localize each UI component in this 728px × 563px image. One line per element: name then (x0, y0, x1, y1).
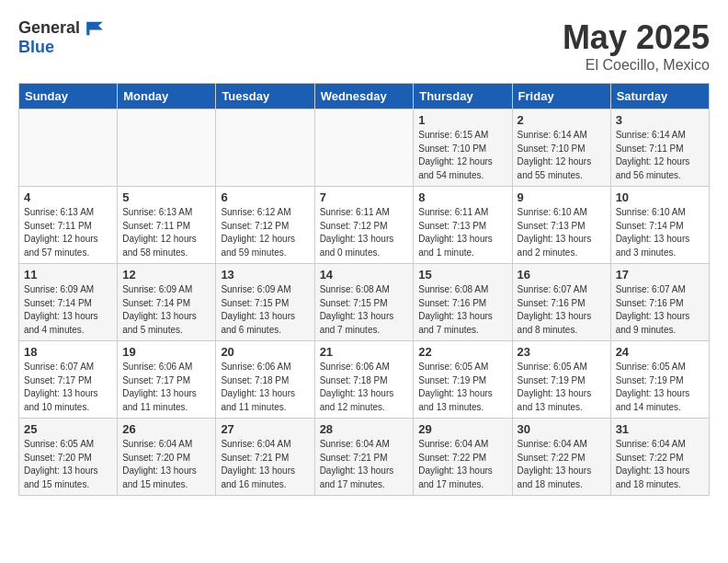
day-info: Sunrise: 6:10 AM Sunset: 7:14 PM Dayligh… (616, 206, 704, 259)
day-info: Sunrise: 6:13 AM Sunset: 7:11 PM Dayligh… (24, 206, 112, 259)
calendar-cell: 5Sunrise: 6:13 AM Sunset: 7:11 PM Daylig… (118, 187, 216, 264)
day-info: Sunrise: 6:09 AM Sunset: 7:14 PM Dayligh… (122, 283, 210, 337)
calendar-cell: 31Sunrise: 6:04 AM Sunset: 7:22 PM Dayli… (610, 419, 709, 496)
calendar-week-3: 11Sunrise: 6:09 AM Sunset: 7:14 PM Dayli… (19, 264, 710, 341)
day-number: 13 (221, 268, 309, 282)
day-info: Sunrise: 6:08 AM Sunset: 7:16 PM Dayligh… (418, 283, 506, 337)
calendar-cell: 21Sunrise: 6:06 AM Sunset: 7:18 PM Dayli… (314, 341, 414, 419)
calendar-cell: 14Sunrise: 6:08 AM Sunset: 7:15 PM Dayli… (314, 264, 414, 341)
logo-flag-icon (84, 20, 106, 37)
calendar-week-4: 18Sunrise: 6:07 AM Sunset: 7:17 PM Dayli… (19, 341, 710, 419)
logo-text: General (18, 18, 106, 38)
calendar-cell (216, 109, 314, 187)
calendar-cell: 23Sunrise: 6:05 AM Sunset: 7:19 PM Dayli… (512, 341, 610, 419)
calendar-cell (118, 109, 216, 187)
day-number: 3 (616, 113, 704, 127)
calendar-cell: 30Sunrise: 6:04 AM Sunset: 7:22 PM Dayli… (512, 419, 610, 496)
calendar-cell: 10Sunrise: 6:10 AM Sunset: 7:14 PM Dayli… (610, 187, 709, 264)
calendar-cell: 3Sunrise: 6:14 AM Sunset: 7:11 PM Daylig… (610, 109, 709, 187)
day-number: 31 (616, 422, 704, 436)
col-header-tuesday: Tuesday (216, 84, 314, 109)
calendar-cell: 17Sunrise: 6:07 AM Sunset: 7:16 PM Dayli… (610, 264, 709, 341)
day-number: 5 (122, 190, 210, 204)
day-info: Sunrise: 6:09 AM Sunset: 7:15 PM Dayligh… (221, 283, 309, 337)
day-info: Sunrise: 6:05 AM Sunset: 7:20 PM Dayligh… (24, 438, 112, 491)
day-info: Sunrise: 6:07 AM Sunset: 7:17 PM Dayligh… (24, 361, 112, 414)
col-header-saturday: Saturday (610, 84, 709, 109)
calendar-cell: 2Sunrise: 6:14 AM Sunset: 7:10 PM Daylig… (512, 109, 610, 187)
day-info: Sunrise: 6:04 AM Sunset: 7:22 PM Dayligh… (418, 438, 506, 491)
day-info: Sunrise: 6:04 AM Sunset: 7:22 PM Dayligh… (518, 438, 606, 491)
calendar-cell: 15Sunrise: 6:08 AM Sunset: 7:16 PM Dayli… (414, 264, 512, 341)
calendar-cell (314, 109, 414, 187)
day-number: 28 (320, 422, 409, 436)
day-number: 7 (320, 190, 409, 204)
day-info: Sunrise: 6:04 AM Sunset: 7:21 PM Dayligh… (320, 438, 409, 491)
day-info: Sunrise: 6:04 AM Sunset: 7:22 PM Dayligh… (616, 438, 704, 491)
calendar-cell: 29Sunrise: 6:04 AM Sunset: 7:22 PM Dayli… (414, 419, 512, 496)
day-number: 25 (24, 422, 112, 436)
day-number: 22 (418, 345, 506, 359)
day-number: 21 (320, 345, 409, 359)
day-info: Sunrise: 6:09 AM Sunset: 7:14 PM Dayligh… (24, 283, 112, 337)
day-number: 12 (122, 268, 210, 282)
day-number: 24 (616, 345, 704, 359)
day-info: Sunrise: 6:07 AM Sunset: 7:16 PM Dayligh… (616, 283, 704, 337)
calendar-cell: 7Sunrise: 6:11 AM Sunset: 7:12 PM Daylig… (314, 187, 414, 264)
logo-general: General (18, 18, 80, 38)
col-header-sunday: Sunday (19, 84, 118, 109)
day-number: 8 (418, 190, 506, 204)
title-block: May 2025 El Coecillo, Mexico (563, 18, 710, 74)
logo: General Blue (18, 18, 106, 57)
col-header-monday: Monday (118, 84, 216, 109)
col-header-thursday: Thursday (414, 84, 512, 109)
calendar-cell: 1Sunrise: 6:15 AM Sunset: 7:10 PM Daylig… (414, 109, 512, 187)
calendar: SundayMondayTuesdayWednesdayThursdayFrid… (18, 83, 710, 496)
calendar-cell: 25Sunrise: 6:05 AM Sunset: 7:20 PM Dayli… (19, 419, 118, 496)
day-info: Sunrise: 6:04 AM Sunset: 7:20 PM Dayligh… (122, 438, 210, 491)
day-number: 1 (418, 113, 506, 127)
day-number: 23 (518, 345, 606, 359)
calendar-week-2: 4Sunrise: 6:13 AM Sunset: 7:11 PM Daylig… (19, 187, 710, 264)
calendar-cell: 4Sunrise: 6:13 AM Sunset: 7:11 PM Daylig… (19, 187, 118, 264)
page: General Blue May 2025 El Coecillo, Mexic… (0, 0, 728, 505)
day-info: Sunrise: 6:12 AM Sunset: 7:12 PM Dayligh… (221, 206, 309, 259)
svg-marker-0 (86, 21, 103, 34)
location: El Coecillo, Mexico (563, 57, 710, 74)
calendar-cell: 6Sunrise: 6:12 AM Sunset: 7:12 PM Daylig… (216, 187, 314, 264)
day-number: 18 (24, 345, 112, 359)
calendar-cell: 20Sunrise: 6:06 AM Sunset: 7:18 PM Dayli… (216, 341, 314, 419)
day-info: Sunrise: 6:06 AM Sunset: 7:18 PM Dayligh… (320, 361, 409, 414)
calendar-cell (19, 109, 118, 187)
day-info: Sunrise: 6:04 AM Sunset: 7:21 PM Dayligh… (221, 438, 309, 491)
day-info: Sunrise: 6:14 AM Sunset: 7:10 PM Dayligh… (518, 129, 606, 182)
calendar-cell: 26Sunrise: 6:04 AM Sunset: 7:20 PM Dayli… (118, 419, 216, 496)
day-info: Sunrise: 6:06 AM Sunset: 7:17 PM Dayligh… (122, 361, 210, 414)
day-info: Sunrise: 6:05 AM Sunset: 7:19 PM Dayligh… (616, 361, 704, 414)
calendar-cell: 24Sunrise: 6:05 AM Sunset: 7:19 PM Dayli… (610, 341, 709, 419)
day-number: 6 (221, 190, 309, 204)
day-number: 26 (122, 422, 210, 436)
col-header-wednesday: Wednesday (314, 84, 414, 109)
day-number: 20 (221, 345, 309, 359)
calendar-cell: 18Sunrise: 6:07 AM Sunset: 7:17 PM Dayli… (19, 341, 118, 419)
day-number: 14 (320, 268, 409, 282)
calendar-cell: 19Sunrise: 6:06 AM Sunset: 7:17 PM Dayli… (118, 341, 216, 419)
calendar-cell: 22Sunrise: 6:05 AM Sunset: 7:19 PM Dayli… (414, 341, 512, 419)
calendar-cell: 28Sunrise: 6:04 AM Sunset: 7:21 PM Dayli… (314, 419, 414, 496)
day-number: 15 (418, 268, 506, 282)
col-header-friday: Friday (512, 84, 610, 109)
day-info: Sunrise: 6:11 AM Sunset: 7:13 PM Dayligh… (418, 206, 506, 259)
day-info: Sunrise: 6:06 AM Sunset: 7:18 PM Dayligh… (221, 361, 309, 414)
day-number: 17 (616, 268, 704, 282)
header: General Blue May 2025 El Coecillo, Mexic… (18, 18, 710, 74)
day-number: 19 (122, 345, 210, 359)
month-year: May 2025 (563, 18, 710, 57)
day-info: Sunrise: 6:14 AM Sunset: 7:11 PM Dayligh… (616, 129, 704, 182)
calendar-cell: 11Sunrise: 6:09 AM Sunset: 7:14 PM Dayli… (19, 264, 118, 341)
calendar-cell: 27Sunrise: 6:04 AM Sunset: 7:21 PM Dayli… (216, 419, 314, 496)
day-number: 16 (518, 268, 606, 282)
day-info: Sunrise: 6:07 AM Sunset: 7:16 PM Dayligh… (518, 283, 606, 337)
day-number: 2 (518, 113, 606, 127)
day-info: Sunrise: 6:05 AM Sunset: 7:19 PM Dayligh… (418, 361, 506, 414)
